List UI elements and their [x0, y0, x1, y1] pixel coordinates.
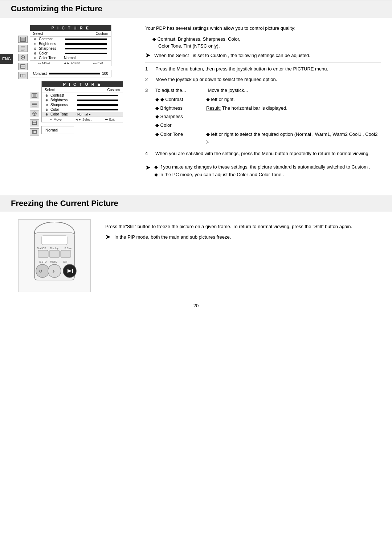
- note-2-row: ➤ ◆ If you make any changes to these set…: [145, 164, 381, 177]
- svg-point-37: [36, 264, 49, 278]
- side-icon-3[interactable]: [18, 54, 28, 61]
- step-4: 4 When you are satisfied with the settin…: [145, 150, 381, 157]
- picture-row-contrast-2: ⊕ Contrast: [42, 93, 123, 98]
- freezing-note-text: In the PIP mode, both the main and sub p…: [114, 234, 231, 241]
- svg-rect-14: [33, 94, 36, 97]
- color-bar-2: [77, 109, 118, 110]
- svg-rect-23: [32, 130, 37, 133]
- adjust-row-color: ◆ Color: [155, 122, 381, 129]
- page: ENG Customizing the Picture: [0, 0, 392, 555]
- side-icon-4[interactable]: [18, 63, 28, 70]
- adjust-row-sharpness: ◆ Sharpness: [155, 113, 381, 120]
- svg-rect-9: [21, 65, 25, 68]
- picture-header-1: Select Custom: [30, 31, 111, 37]
- side-icon-2[interactable]: [18, 45, 28, 52]
- adjust-row-colortone: ◆ Color Tone ◆ left or right to select t…: [155, 131, 381, 145]
- side-icon-10[interactable]: [30, 128, 39, 135]
- adjust-brightness-label: ◆ Brightness: [155, 105, 183, 111]
- svg-rect-33: [61, 250, 71, 258]
- adjust-row-brightness: ◆ Brightness Result: The horizontal bar …: [155, 105, 381, 112]
- svg-rect-11: [21, 74, 25, 77]
- note-1-row: ➤ When the Select is set to Custom , the…: [145, 52, 381, 59]
- adjust-colortone-label: ◆ Color Tone: [155, 131, 183, 137]
- note-2-content: ◆ If you make any changes to these setti…: [154, 164, 370, 177]
- remote-box: Text/Off Display P.Size S.STD P.STD Stil…: [18, 219, 91, 292]
- side-icon-9[interactable]: [30, 119, 39, 126]
- adjust-row-contrast: ◆ Contrast ◆ left or right.: [155, 96, 381, 103]
- picture-header-2: Select Custom: [42, 87, 123, 93]
- contrast-bar-box: Contrast 100: [30, 70, 111, 77]
- bullet-1: Contrast, Brightness, Sharpness, Color, …: [152, 36, 381, 50]
- picture-row-sharpness-1: ⊕ Sharpness: [30, 46, 111, 51]
- contrast-icon-1: ⊕: [33, 37, 37, 41]
- picture-footer-1: ⇔ Move ◄► Adjust ▪▪▪ Exit: [30, 60, 111, 66]
- color-icon-2: ⊕: [45, 108, 49, 112]
- color-bar-1: [65, 53, 107, 54]
- picture-row-brightness-1: ⊕ Brightness: [30, 41, 111, 46]
- svg-text:Text/Off: Text/Off: [37, 247, 46, 250]
- svg-rect-41: [72, 269, 73, 273]
- side-icons-col2: [30, 92, 39, 135]
- section1-header: Customizing the Picture: [0, 0, 392, 17]
- picture-row-contrast-1: ⊕ Contrast: [30, 37, 111, 41]
- remote-illustration: Text/Off Display P.Size S.STD P.STD Stil…: [22, 222, 87, 289]
- eng-badge: ENG: [0, 54, 13, 64]
- note-arrow-1: ➤: [145, 51, 151, 59]
- freezing-intro-text: Press the"Still" button to freeze the pi…: [105, 223, 381, 230]
- step-2: 2 Move the joystick up or down to select…: [145, 76, 381, 83]
- section2-header: Freezing the Current Picture: [0, 195, 392, 212]
- picture-menus: P I C T U R E Select Custom ⊕ Contrast: [30, 25, 123, 138]
- freezing-note-row: ➤ In the PIP mode, both the main and sub…: [105, 234, 381, 241]
- picture-menu-2-wrapper: P I C T U R E Select Custom ⊕ Contrast: [41, 81, 123, 135]
- adjust-sharpness-label: ◆ Sharpness: [155, 114, 183, 119]
- color-icon-1: ⊕: [33, 52, 37, 55]
- picture-row-color-1: ⊕ Color: [30, 51, 111, 56]
- sharpness-bar-2: [77, 104, 118, 106]
- side-icons-row2: P I C T U R E Select Custom ⊕ Contrast: [30, 81, 123, 135]
- picture-row-sharpness-2: ⊕ Sharpness: [42, 102, 123, 107]
- picture-row-colortone-1: ⊕ Color Tone Normal: [30, 56, 111, 60]
- intro-text: Your PDP has several settings which allo…: [145, 25, 381, 32]
- side-icon-7[interactable]: [30, 101, 39, 108]
- contrast-icon-2: ⊕: [45, 94, 49, 97]
- svg-text:P.Size: P.Size: [65, 247, 72, 250]
- sharpness-bar-1: [65, 48, 107, 49]
- picture-row-color-2: ⊕ Color: [42, 107, 123, 112]
- step-1: 1 Press the Menu button, then press the …: [145, 65, 381, 73]
- right-column: Your PDP has several settings which allo…: [142, 25, 381, 180]
- svg-text:Display: Display: [50, 247, 58, 250]
- picture-menu-2: P I C T U R E Select Custom ⊕ Contrast: [41, 81, 123, 122]
- side-icon-6[interactable]: [30, 92, 39, 99]
- svg-text:Still: Still: [63, 260, 68, 263]
- svg-rect-27: [42, 236, 67, 245]
- contrast-bar-2: [77, 95, 118, 96]
- svg-rect-1: [21, 38, 25, 41]
- freezing-right: Press the"Still" button to freeze the pi…: [102, 219, 381, 292]
- adjust-color-label: ◆ Color: [155, 122, 172, 128]
- colortone-icon-1: ⊕: [33, 56, 37, 60]
- adjust-contrast-label: ◆ Contrast: [155, 97, 183, 102]
- side-icon-5[interactable]: [18, 72, 28, 79]
- brightness-bar-1: [65, 43, 107, 45]
- adjust-table: ◆ Contrast ◆ left or right. ◆ Brightness: [155, 96, 381, 145]
- divider-1: [145, 62, 381, 62]
- section1-content: P I C T U R E Select Custom ⊕ Contrast: [0, 17, 392, 187]
- picture-menu-1: P I C T U R E Select Custom ⊕ Contrast: [30, 25, 111, 66]
- svg-text:S.STD: S.STD: [39, 260, 47, 263]
- brightness-bar-2: [77, 100, 118, 101]
- left-with-icons: P I C T U R E Select Custom ⊕ Contrast: [18, 25, 131, 138]
- contrast-bar-1: [65, 39, 107, 40]
- picture-title-2: P I C T U R E: [42, 81, 123, 87]
- picture-footer-2: ⇔ Move ◄► Select ▪▪▪ Exit: [42, 117, 123, 122]
- svg-rect-21: [32, 121, 37, 125]
- svg-text:♪: ♪: [52, 268, 55, 274]
- page-number: 20: [0, 299, 392, 316]
- svg-text:↺: ↺: [39, 269, 42, 274]
- side-icon-1[interactable]: [18, 36, 28, 43]
- side-icons-col1: [18, 36, 28, 79]
- brightness-icon-2: ⊕: [45, 98, 49, 102]
- side-icon-8[interactable]: [30, 110, 39, 117]
- contrast-fill-bar: [49, 73, 100, 74]
- freezing-note-arrow: ➤: [105, 233, 111, 241]
- step-3: 3 To adjust the... Move the joystick... …: [145, 87, 381, 147]
